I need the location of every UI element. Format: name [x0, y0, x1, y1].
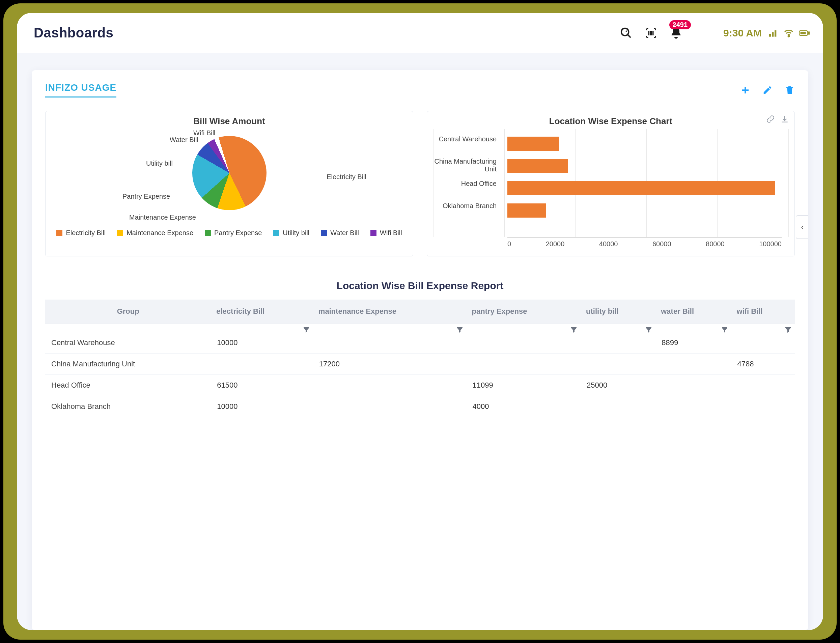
table-header[interactable]: water Bill — [656, 300, 731, 323]
bar-category-label: China Manufacturing Unit — [433, 158, 501, 173]
pie-chart-title: Bill Wise Amount — [52, 116, 407, 127]
app-screen: Dashboards 2491 — [17, 13, 823, 630]
status-area: 9:30 AM — [723, 27, 810, 39]
axis-tick: 80000 — [706, 240, 725, 248]
bar-chart-title: Location Wise Expense Chart — [433, 116, 788, 127]
svg-rect-6 — [808, 32, 809, 34]
topbar: Dashboards 2491 — [17, 13, 823, 53]
svg-rect-2 — [772, 32, 773, 36]
legend-item: Pantry Expense — [214, 229, 262, 237]
table-header[interactable]: maintenance Expense — [313, 300, 466, 323]
delete-button[interactable] — [785, 85, 795, 95]
bar-row — [507, 177, 781, 199]
filter-icon[interactable] — [456, 326, 464, 336]
svg-point-4 — [788, 36, 789, 37]
table-cell: Head Office — [45, 375, 211, 396]
table-cell — [581, 332, 656, 354]
filter-icon[interactable] — [784, 326, 792, 336]
table-header[interactable]: pantry Expense — [466, 300, 581, 323]
table-cell — [466, 332, 581, 354]
table-cell: China Manufacturing Unit — [45, 354, 211, 375]
edit-button[interactable] — [762, 85, 773, 95]
table-row: China Manufacturing Unit172004788 — [45, 354, 795, 375]
wifi-icon — [783, 28, 794, 38]
table-header[interactable]: utility bill — [581, 300, 656, 323]
clock: 9:30 AM — [723, 27, 762, 39]
svg-point-0 — [621, 28, 629, 36]
pie-legend: Electricity Bill Maintenance Expense Pan… — [52, 229, 407, 237]
pie-slice-label: Utility bill — [146, 160, 173, 167]
bar-chart-pane: Location Wise Expense Chart Central Ware… — [427, 111, 795, 256]
table-cell — [581, 396, 656, 417]
side-collapse-toggle[interactable]: ‹ — [796, 215, 808, 239]
bar-chart: Central WarehouseChina Manufacturing Uni… — [433, 129, 788, 237]
page-title: Dashboards — [34, 25, 113, 41]
filter-icon[interactable] — [721, 326, 729, 336]
axis-tick: 0 — [507, 240, 511, 248]
device-frame: Dashboards 2491 — [0, 0, 840, 643]
bell-icon[interactable]: 2491 — [669, 26, 683, 40]
table-cell: 10000 — [211, 332, 313, 354]
table-cell: 8899 — [656, 332, 731, 354]
axis-tick: 100000 — [759, 240, 781, 248]
notification-badge: 2491 — [669, 20, 691, 29]
table-cell: 11099 — [466, 375, 581, 396]
pie-slice-label: Maintenance Expense — [129, 214, 196, 221]
table-cell: Central Warehouse — [45, 332, 211, 354]
bar-fill — [507, 204, 546, 218]
table-cell: 25000 — [581, 375, 656, 396]
filter-icon[interactable] — [570, 326, 578, 336]
bar-row — [507, 132, 781, 155]
topbar-icons: 2491 — [619, 26, 683, 40]
bar-row — [507, 199, 781, 222]
bar-fill — [507, 159, 568, 173]
tab-infizo-usage[interactable]: INFIZO USAGE — [45, 82, 116, 98]
table-cell: 17200 — [313, 354, 466, 375]
pie-slice-label: Water Bill — [170, 136, 198, 144]
table-cell — [313, 375, 466, 396]
barcode-scan-icon[interactable] — [644, 26, 658, 40]
table-header[interactable]: wifi Bill — [731, 300, 795, 323]
filter-icon[interactable] — [302, 326, 310, 336]
table-cell — [581, 354, 656, 375]
table-cell — [313, 396, 466, 417]
link-icon[interactable] — [766, 115, 775, 125]
bar-category-label: Oklahoma Branch — [433, 202, 501, 210]
table-cell — [731, 396, 795, 417]
table-cell: 4000 — [466, 396, 581, 417]
table-row: Head Office615001109925000 — [45, 375, 795, 396]
table-row: Central Warehouse100008899 — [45, 332, 795, 354]
filter-icon[interactable] — [645, 326, 653, 336]
table-header[interactable]: electricity Bill — [211, 300, 313, 323]
bar-fill — [507, 137, 559, 151]
bar-category-label: Head Office — [433, 180, 501, 188]
bar-fill — [507, 181, 775, 195]
download-icon[interactable] — [780, 115, 789, 125]
table-cell: 10000 — [211, 396, 313, 417]
table-cell: Oklahoma Branch — [45, 396, 211, 417]
legend-item: Utility bill — [283, 229, 309, 237]
table-cell: 4788 — [731, 354, 795, 375]
search-icon[interactable] — [619, 26, 633, 40]
table-cell — [211, 354, 313, 375]
pie-slice-label: Wifi Bill — [193, 129, 215, 137]
table-cell — [466, 354, 581, 375]
dashboard-card: INFIZO USAGE Bill Wise Amount — [32, 70, 808, 630]
legend-item: Wifi Bill — [380, 229, 402, 237]
table-header[interactable]: Group — [45, 300, 211, 323]
report-table: Groupelectricity Billmaintenance Expense… — [45, 300, 795, 417]
bar-row — [507, 155, 781, 177]
svg-rect-7 — [801, 32, 806, 34]
pie-slice-label: Electricity Bill — [326, 173, 366, 181]
table-cell — [656, 375, 731, 396]
axis-tick: 20000 — [546, 240, 565, 248]
pie-slice-label: Pantry Expense — [122, 193, 170, 201]
add-button[interactable] — [740, 85, 750, 95]
legend-item: Electricity Bill — [66, 229, 106, 237]
report-title: Location Wise Bill Expense Report — [45, 280, 795, 292]
table-cell — [656, 396, 731, 417]
axis-tick: 60000 — [652, 240, 671, 248]
signal-icon — [768, 28, 779, 38]
table-cell: 61500 — [211, 375, 313, 396]
pie-chart-pane: Bill Wise Amount Electricity Bill Mainte… — [45, 111, 413, 256]
